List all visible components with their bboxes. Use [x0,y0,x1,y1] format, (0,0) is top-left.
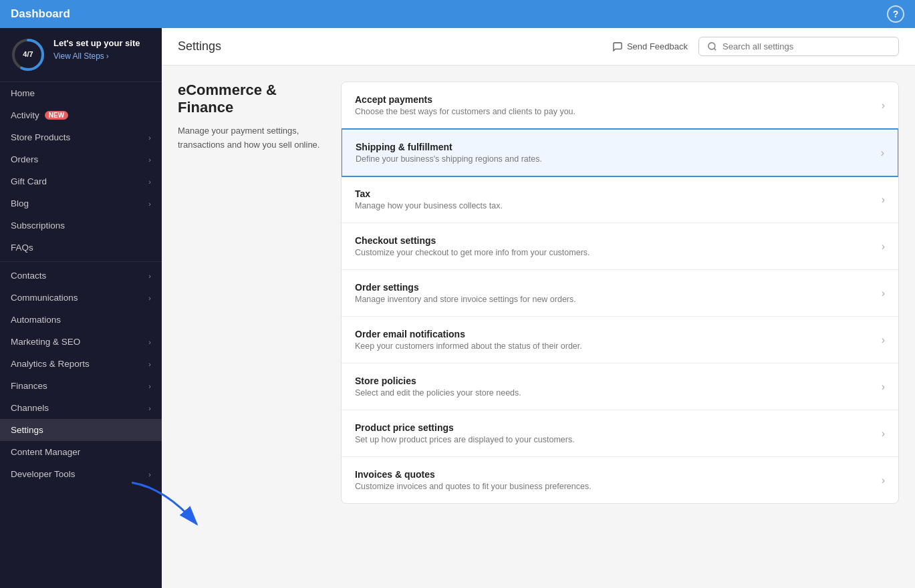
settings-item-product-price-settings[interactable]: Product price settingsSet up how product… [342,410,898,457]
item-title: Product price settings [355,422,575,433]
sidebar-item-gift-card[interactable]: Gift Card› [0,170,162,192]
help-button[interactable]: ? [887,5,904,23]
topbar-title: Dashboard [11,7,70,21]
chevron-right-icon: › [148,338,151,346]
settings-item-accept-payments[interactable]: Accept paymentsChoose the best ways for … [342,82,898,129]
sidebar-item-label: Orders [11,154,38,164]
progress-ring: 4/7 [11,37,45,72]
main-layout: 4/7 Let's set up your site View All Step… [0,28,915,588]
chevron-right-icon: › [882,287,885,299]
progress-label: 4/7 [23,50,33,59]
topbar: Dashboard ? [0,0,915,28]
chevron-right-icon: › [148,156,151,164]
item-title: Tax [355,188,503,199]
svg-line-3 [714,48,716,50]
sidebar-item-communications[interactable]: Communications› [0,287,162,309]
item-title: Invoices & quotes [355,469,592,480]
chevron-right-icon: › [881,147,884,159]
setup-title: Let's set up your site [53,37,151,49]
item-description: Choose the best ways for customers and c… [355,107,575,116]
nav-divider [0,261,162,262]
settings-list: Accept paymentsChoose the best ways for … [341,82,899,504]
ecommerce-info: eCommerce & Finance Manage your payment … [178,82,325,504]
chevron-right-icon: › [882,241,885,253]
sidebar-item-store-products[interactable]: Store Products› [0,126,162,148]
svg-point-2 [708,43,715,49]
sidebar-item-label: Blog [11,198,29,208]
sidebar-item-blog[interactable]: Blog› [0,192,162,214]
search-icon [707,41,717,51]
item-title: Checkout settings [355,235,590,246]
chevron-right-icon: › [148,178,151,186]
chevron-right-icon: › [148,200,151,208]
chevron-right-icon: › [882,334,885,346]
sidebar-item-content-manager[interactable]: Content Manager [0,441,162,463]
view-all-steps-link[interactable]: View All Steps › [53,51,151,61]
settings-item-order-settings[interactable]: Order settingsManage inventory and store… [342,270,898,317]
item-description: Keep your customers informed about the s… [355,341,582,351]
sidebar-item-settings[interactable]: Settings [0,419,162,441]
sidebar-item-label: Store Products [11,132,70,142]
sidebar-item-label: Settings [11,425,43,435]
sidebar-item-marketing-seo[interactable]: Marketing & SEO› [0,331,162,353]
search-input[interactable] [723,41,890,51]
chevron-right-icon: › [148,360,151,368]
setup-text: Let's set up your site View All Steps › [53,37,151,61]
setup-card: 4/7 Let's set up your site View All Step… [0,28,162,82]
item-title: Accept payments [355,94,575,105]
chevron-right-icon: › [882,428,885,440]
sidebar-item-home[interactable]: Home [0,82,162,104]
settings-item-tax[interactable]: TaxManage how your business collects tax… [342,176,898,223]
settings-header: Settings Send Feedback [162,28,915,65]
search-box [698,37,899,56]
item-description: Customize your checkout to get more info… [355,248,590,257]
sidebar-item-subscriptions[interactable]: Subscriptions [0,214,162,237]
settings-item-shipping-fulfillment[interactable]: Shipping & fulfillmentDefine your busine… [341,128,899,177]
sidebar-item-channels[interactable]: Channels› [0,397,162,419]
chevron-right-icon: › [148,404,151,412]
item-title: Shipping & fulfillment [356,142,542,152]
sidebar-item-label: Finances [11,381,47,391]
sidebar-item-label: Content Manager [11,447,80,457]
sidebar-item-label: Marketing & SEO [11,337,80,347]
sidebar-item-contacts[interactable]: Contacts› [0,265,162,287]
settings-item-store-policies[interactable]: Store policiesSelect and edit the polici… [342,363,898,410]
sidebar-item-finances[interactable]: Finances› [0,375,162,397]
item-description: Set up how product prices are displayed … [355,435,575,444]
sidebar-item-developer-tools[interactable]: Developer Tools› [0,463,162,485]
settings-page-title: Settings [178,39,221,53]
ecommerce-title: eCommerce & Finance [178,82,325,116]
feedback-icon [612,41,623,52]
sidebar-item-activity[interactable]: ActivityNEW [0,104,162,126]
ecommerce-description: Manage your payment settings, transactio… [178,124,325,152]
chevron-right-icon: › [148,470,151,478]
chevron-right-icon: › [148,382,151,390]
settings-item-invoices-quotes[interactable]: Invoices & quotesCustomize invoices and … [342,457,898,503]
chevron-right-icon: › [148,272,151,280]
chevron-right-icon: › [148,134,151,142]
item-description: Select and edit the policies your store … [355,388,521,398]
sidebar-item-label: Automations [11,315,61,325]
chevron-right-icon: › [882,194,885,206]
sidebar-item-label: Contacts [11,271,46,281]
sidebar: 4/7 Let's set up your site View All Step… [0,28,162,588]
settings-item-order-email-notifications[interactable]: Order email notificationsKeep your custo… [342,317,898,363]
send-feedback-button[interactable]: Send Feedback [612,41,688,52]
header-actions: Send Feedback [612,37,899,56]
sidebar-item-automations[interactable]: Automations [0,309,162,331]
item-description: Manage inventory and store invoice setti… [355,295,576,304]
sidebar-item-faqs[interactable]: FAQs [0,237,162,259]
nav-badge: NEW [45,111,68,120]
main-content: eCommerce & Finance Manage your payment … [162,65,915,588]
nav-container: HomeActivityNEWStore Products›Orders›Gif… [0,82,162,485]
content-area: Settings Send Feedback [162,28,915,588]
sidebar-item-analytics-reports[interactable]: Analytics & Reports› [0,353,162,375]
chevron-right-icon: › [882,474,885,486]
sidebar-item-label: FAQs [11,243,33,253]
settings-item-checkout-settings[interactable]: Checkout settingsCustomize your checkout… [342,223,898,270]
sidebar-item-label: Channels [11,403,49,413]
item-title: Store policies [355,376,521,386]
sidebar-item-orders[interactable]: Orders› [0,148,162,170]
ecommerce-layout: eCommerce & Finance Manage your payment … [178,82,899,504]
chevron-right-icon: › [148,294,151,302]
